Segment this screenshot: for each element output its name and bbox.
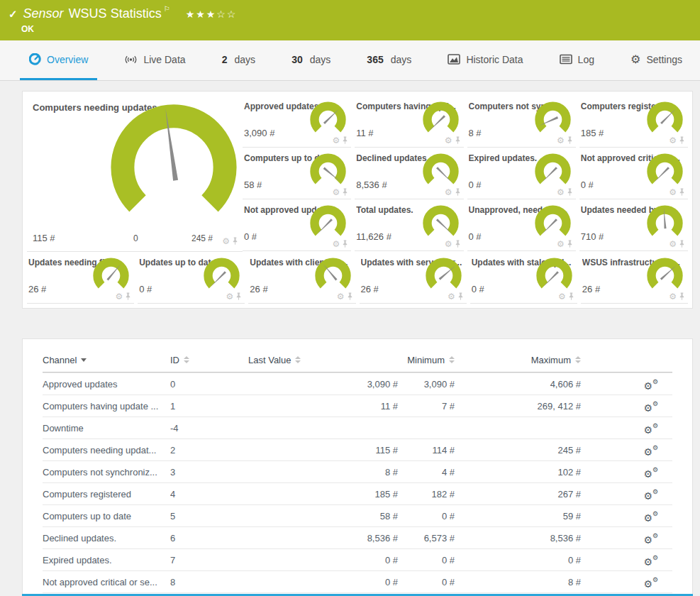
flag-icon[interactable]: ⚐: [164, 5, 170, 13]
gauge: [534, 257, 574, 297]
gear-icon[interactable]: ⚙: [669, 136, 677, 145]
gauge-card: Updates with server err... 26 # ⚙: [360, 252, 467, 304]
gauge-card: Computers up to date 58 # ⚙: [243, 148, 351, 199]
gear-icon[interactable]: ⚙: [448, 292, 455, 301]
cell-last-value: 185 #: [248, 489, 398, 500]
cell-channel: Computers not synchroniz...: [43, 467, 170, 478]
tab-live-data[interactable]: Live Data: [115, 40, 194, 80]
channel-table-panel: Channel ID Last Value Minimum Maximum Ap…: [22, 338, 693, 596]
page-title: WSUS Statistics: [69, 6, 162, 21]
gauge-value: 58 #: [244, 180, 262, 190]
gear-icon[interactable]: ⚙: [669, 292, 677, 301]
table-row[interactable]: Approved updates 0 3,090 # 3,090 # 4,606…: [43, 372, 672, 394]
gauge-value: 11,626 #: [356, 231, 391, 242]
gear-icon[interactable]: ⚙: [445, 188, 452, 197]
tab-365-days[interactable]: 365 days: [357, 40, 421, 80]
pin-icon[interactable]: [455, 188, 461, 197]
gear-icon[interactable]: ⚙: [669, 188, 677, 197]
tab-historic-data[interactable]: Historic Data: [438, 40, 532, 80]
cell-id: 8: [170, 577, 248, 587]
main-gauge-card: Computers needing updates 115 # 0 245 # …: [27, 96, 243, 252]
gauge-card: Updates with client err... 26 # ⚙: [248, 252, 355, 304]
gauge-card: Computers registered 185 # ⚙: [579, 96, 688, 148]
gauge-card: Expired updates. 0 # ⚙: [467, 148, 576, 199]
gear-icon[interactable]: ⚙: [669, 240, 677, 248]
cell-channel: Computers having update ...: [43, 401, 170, 412]
gear-icon[interactable]: ⚙: [337, 292, 345, 301]
gear-icon[interactable]: ⚙: [115, 292, 123, 301]
gear-icon[interactable]: ⚙: [557, 188, 565, 197]
tab-log[interactable]: Log: [550, 40, 604, 80]
column-header-channel[interactable]: Channel: [43, 355, 170, 365]
pin-icon[interactable]: [232, 237, 238, 245]
pin-icon[interactable]: [235, 292, 242, 301]
gauge: [423, 257, 464, 297]
table-row[interactable]: Computers up to date 5 58 # 0 # 59 # ⚙⚙: [43, 504, 672, 526]
table-row[interactable]: Downtime -4 ⚙⚙: [43, 416, 672, 438]
cell-last-value: 8 #: [248, 467, 398, 478]
priority-stars[interactable]: ★★★☆☆: [186, 9, 238, 20]
cell-minimum: 0 #: [398, 511, 455, 522]
column-header-maximum[interactable]: Maximum: [455, 355, 581, 365]
gauge: [645, 153, 685, 193]
column-header-id[interactable]: ID: [170, 355, 248, 365]
pin-icon[interactable]: [342, 240, 348, 248]
gear-icon[interactable]: ⚙: [445, 136, 452, 145]
gear-icon[interactable]: ⚙: [558, 292, 566, 301]
gear-icon[interactable]: ⚙: [557, 136, 565, 145]
table-row[interactable]: Computers having update ... 1 11 # 7 # 2…: [43, 394, 672, 416]
pin-icon[interactable]: [342, 188, 348, 197]
cell-channel: Declined updates.: [43, 533, 170, 543]
table-row[interactable]: Expired updates. 7 0 # 0 # 0 # ⚙⚙: [43, 548, 672, 570]
cell-maximum: 245 #: [455, 445, 581, 456]
pin-icon[interactable]: [679, 240, 685, 248]
gear-icon[interactable]: ⚙: [332, 136, 340, 145]
tab-30-days[interactable]: 30 days: [282, 40, 340, 80]
pin-icon[interactable]: [679, 292, 685, 301]
gear-icon[interactable]: ⚙: [332, 188, 340, 197]
table-row[interactable]: Computers needing updat... 2 115 # 114 #…: [43, 438, 672, 460]
tab-2-days[interactable]: 2 days: [213, 40, 265, 80]
cell-minimum: 114 #: [398, 445, 455, 456]
pin-icon[interactable]: [568, 292, 574, 301]
gauge-value: 26 #: [582, 284, 600, 294]
settings-gear-icon: ⚙: [630, 54, 640, 65]
cell-id: 6: [170, 533, 248, 543]
table-row[interactable]: Not approved critical or se... 8 0 # 0 #…: [43, 570, 672, 592]
tab-settings[interactable]: ⚙ Settings: [621, 40, 691, 80]
gear-icon[interactable]: ⚙: [222, 237, 230, 245]
pin-icon[interactable]: [457, 292, 464, 301]
pin-icon[interactable]: [567, 240, 573, 248]
cell-channel: Expired updates.: [43, 555, 170, 565]
pin-icon[interactable]: [125, 292, 131, 301]
pin-icon[interactable]: [347, 292, 353, 301]
gear-icon[interactable]: ⚙: [557, 240, 565, 248]
cell-id: -4: [170, 423, 248, 434]
cell-id: 5: [170, 511, 248, 522]
status-badge: OK: [21, 24, 34, 34]
gear-icon[interactable]: ⚙: [445, 240, 452, 248]
column-header-minimum[interactable]: Minimum: [398, 355, 455, 365]
column-header-last-value[interactable]: Last Value: [248, 355, 398, 365]
gauges-panel: Computers needing updates 115 # 0 245 # …: [22, 91, 693, 309]
table-row[interactable]: Computers not synchroniz... 3 8 # 4 # 10…: [43, 460, 672, 482]
sensor-header: ✓ Sensor WSUS Statistics ⚐ ★★★☆☆ OK: [0, 0, 700, 40]
table-row[interactable]: Computers registered 4 185 # 182 # 267 #…: [43, 482, 672, 504]
pin-icon[interactable]: [567, 188, 573, 197]
pin-icon[interactable]: [455, 136, 461, 145]
gauge-icon: [29, 53, 41, 65]
gauge: [421, 204, 461, 245]
pin-icon[interactable]: [679, 188, 685, 197]
table-row[interactable]: Declined updates. 6 8,536 # 6,573 # 8,53…: [43, 526, 672, 548]
gauge: [91, 257, 131, 297]
pin-icon[interactable]: [567, 136, 573, 145]
gear-icon[interactable]: ⚙: [226, 292, 234, 301]
cell-id: 3: [170, 467, 248, 478]
gear-icon[interactable]: ⚙: [332, 240, 340, 248]
gauge-value: 8,536 #: [356, 180, 387, 190]
tab-overview[interactable]: Overview: [20, 40, 97, 80]
pin-icon[interactable]: [342, 136, 348, 145]
pin-icon[interactable]: [679, 136, 685, 145]
cell-id: 0: [170, 379, 248, 390]
pin-icon[interactable]: [455, 240, 461, 248]
